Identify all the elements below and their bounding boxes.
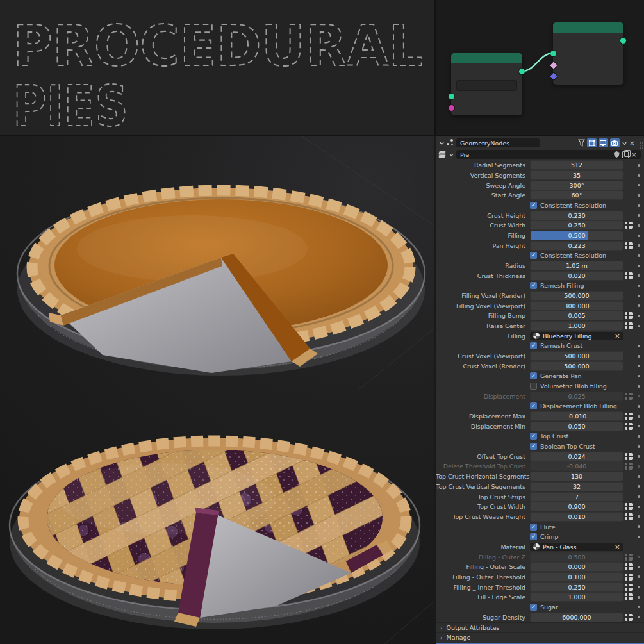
animate-decorator-icon[interactable] — [638, 315, 640, 317]
animate-decorator-icon[interactable] — [638, 616, 640, 618]
section-header[interactable]: ›Output Attributes — [440, 624, 643, 631]
animate-decorator-icon[interactable] — [638, 174, 640, 177]
animate-decorator-icon[interactable] — [638, 295, 640, 297]
section-header-manage[interactable]: ›Manage — [436, 632, 644, 643]
input-attribute-toggle-icon[interactable] — [625, 503, 633, 510]
animate-decorator-icon[interactable] — [638, 365, 640, 367]
animate-decorator-icon[interactable] — [638, 536, 640, 538]
checkbox[interactable] — [530, 383, 537, 390]
checkbox[interactable]: ✓ — [530, 533, 537, 540]
param-value-field[interactable]: 32 — [530, 482, 623, 491]
animate-decorator-icon[interactable] — [638, 325, 640, 327]
animate-decorator-icon[interactable] — [638, 274, 640, 277]
param-value-field[interactable]: 0.500 — [530, 231, 623, 240]
animate-decorator-icon[interactable] — [638, 485, 640, 488]
param-value-field[interactable]: 0.100 — [530, 572, 623, 582]
material-selector[interactable]: Pan - Glass× — [530, 543, 623, 551]
param-value-field[interactable]: 1.05 m — [530, 261, 623, 270]
node-group-stack-icon[interactable] — [439, 151, 447, 158]
checkbox[interactable]: ✓ — [530, 202, 537, 209]
param-value-field[interactable]: 0.250 — [530, 582, 623, 592]
clear-material-icon[interactable]: × — [615, 543, 620, 550]
input-attribute-toggle-icon[interactable] — [625, 563, 633, 570]
input-attribute-toggle-icon[interactable] — [625, 272, 633, 279]
animate-decorator-icon[interactable] — [638, 465, 640, 468]
param-value-field[interactable]: 7 — [530, 492, 623, 502]
duplicate-icon[interactable] — [622, 151, 629, 158]
input-socket-geometry[interactable] — [448, 93, 455, 100]
chevron-down-icon[interactable] — [449, 152, 454, 158]
animate-decorator-icon[interactable] — [638, 355, 640, 358]
animate-decorator-icon[interactable] — [638, 525, 640, 528]
param-value-field[interactable]: 500.000 — [530, 361, 623, 371]
clear-material-icon[interactable]: × — [615, 333, 620, 340]
section-header-output-attributes[interactable]: ›Output Attributes — [436, 622, 644, 632]
group-input-node[interactable] — [451, 53, 522, 115]
animate-decorator-icon[interactable] — [638, 235, 640, 237]
param-value-field[interactable]: 0.050 — [530, 422, 623, 431]
input-attribute-toggle-icon[interactable] — [625, 312, 633, 319]
param-value-field[interactable]: 0.010 — [530, 512, 623, 522]
param-value-field[interactable]: 60° — [530, 190, 623, 200]
animate-decorator-icon[interactable] — [638, 164, 640, 167]
animate-decorator-icon[interactable] — [638, 566, 640, 568]
close-icon[interactable]: × — [631, 151, 637, 158]
fake-user-shield-icon[interactable] — [614, 151, 620, 158]
animate-decorator-icon[interactable] — [638, 194, 640, 197]
input-attribute-toggle-icon[interactable] — [625, 593, 633, 600]
param-value-field[interactable]: 1.000 — [530, 592, 623, 602]
param-value-field[interactable]: 1.000 — [530, 321, 623, 331]
animate-decorator-icon[interactable] — [638, 395, 640, 397]
param-value-field[interactable]: 6000.000 — [530, 613, 623, 622]
checkbox[interactable]: ✓ — [530, 282, 537, 289]
param-value-field[interactable]: 0.000 — [530, 562, 623, 572]
modifier-name-field[interactable]: GeometryNodes — [456, 138, 540, 147]
animate-decorator-icon[interactable] — [638, 375, 640, 377]
animate-decorator-icon[interactable] — [638, 254, 640, 257]
param-value-field[interactable]: 130 — [530, 472, 623, 481]
param-value-field[interactable]: 0.223 — [530, 241, 623, 251]
animate-decorator-icon[interactable] — [638, 515, 640, 518]
param-value-field[interactable]: 500.000 — [530, 291, 623, 301]
animate-decorator-icon[interactable] — [638, 495, 640, 498]
animate-decorator-icon[interactable] — [638, 244, 640, 247]
input-socket-geometry[interactable] — [550, 50, 557, 57]
filter-icon[interactable] — [578, 139, 585, 147]
checkbox[interactable]: ✓ — [530, 372, 537, 379]
param-value-field[interactable]: -0.010 — [530, 411, 623, 421]
animate-decorator-icon[interactable] — [638, 204, 640, 207]
input-attribute-toggle-icon[interactable] — [625, 513, 633, 520]
param-value-field[interactable]: 500.000 — [530, 351, 623, 361]
input-socket-attribute[interactable] — [448, 104, 455, 111]
animate-decorator-icon[interactable] — [638, 556, 640, 558]
input-attribute-toggle-icon[interactable] — [625, 222, 633, 229]
checkbox[interactable]: ✓ — [530, 524, 537, 531]
drag-handle-icon[interactable] — [640, 142, 641, 144]
animate-decorator-icon[interactable] — [638, 214, 640, 217]
render-display-icon[interactable] — [610, 138, 620, 147]
animate-decorator-icon[interactable] — [638, 385, 640, 388]
input-attribute-toggle-icon[interactable] — [625, 614, 633, 621]
animate-decorator-icon[interactable] — [638, 304, 640, 307]
checkbox[interactable]: ✓ — [530, 433, 537, 440]
input-attribute-toggle-icon[interactable] — [625, 242, 633, 249]
param-value-field[interactable]: 512 — [530, 160, 623, 170]
animate-decorator-icon[interactable] — [638, 405, 640, 408]
section-header[interactable]: ›Manage — [440, 634, 643, 641]
checkbox[interactable]: ✓ — [530, 342, 537, 349]
extras-chevron-icon[interactable] — [622, 140, 627, 146]
animate-decorator-icon[interactable] — [638, 224, 640, 227]
animate-decorator-icon[interactable] — [638, 586, 640, 588]
input-attribute-toggle-icon[interactable] — [625, 453, 633, 460]
animate-decorator-icon[interactable] — [638, 445, 640, 448]
param-value-field[interactable]: 0.900 — [530, 502, 623, 511]
node-value-field[interactable] — [456, 80, 517, 91]
animate-decorator-icon[interactable] — [638, 596, 640, 599]
param-value-field[interactable]: 0.020 — [530, 271, 623, 281]
checkbox[interactable]: ✓ — [530, 443, 537, 450]
param-value-field[interactable]: 300° — [530, 181, 623, 190]
param-value-field[interactable]: 0.230 — [530, 211, 623, 220]
input-attribute-toggle-icon[interactable] — [625, 584, 633, 591]
checkbox[interactable]: ✓ — [530, 604, 537, 611]
param-value-field[interactable]: 35 — [530, 170, 623, 180]
